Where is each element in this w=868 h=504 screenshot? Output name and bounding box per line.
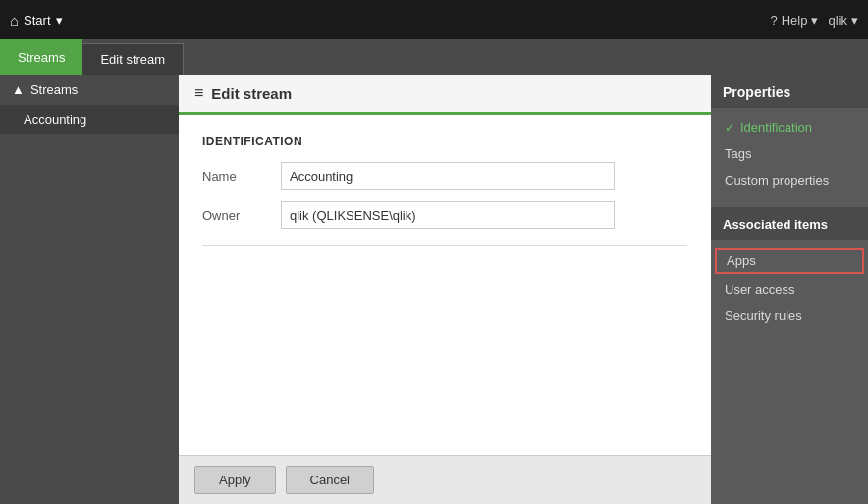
prop-identification[interactable]: ✓ Identification: [711, 114, 868, 140]
top-bar: ⌂ Start ▾ ? Help ▾ qlik ▾: [0, 0, 868, 39]
start-chevron-icon: ▾: [56, 13, 63, 28]
help-chevron-icon: ▾: [811, 13, 818, 28]
cancel-button[interactable]: Cancel: [286, 466, 374, 494]
tab-edit-stream-label: Edit stream: [100, 52, 165, 67]
assoc-apps[interactable]: Apps: [715, 248, 864, 274]
content-header: ≡ Edit stream: [179, 75, 711, 115]
owner-input[interactable]: [281, 201, 615, 229]
owner-row: Owner: [202, 201, 687, 229]
sidebar-streams-label: Streams: [30, 83, 78, 97]
properties-title: Properties: [711, 75, 868, 108]
content-body: IDENTIFICATION Name Owner: [179, 115, 711, 455]
prop-section: ✓ Identification Tags Custom properties: [711, 108, 868, 199]
apps-label: Apps: [727, 253, 756, 268]
tab-streams-label: Streams: [18, 50, 65, 65]
assoc-section: Apps User access Security rules: [711, 240, 868, 335]
name-label: Name: [202, 169, 281, 184]
tab-edit-stream[interactable]: Edit stream: [82, 43, 184, 75]
sidebar-streams-header[interactable]: ▲ Streams: [0, 75, 179, 105]
tab-streams[interactable]: Streams: [0, 39, 82, 75]
associated-items-title: Associated items: [711, 207, 868, 240]
user-chevron-icon: ▾: [851, 13, 858, 28]
assoc-security-rules[interactable]: Security rules: [711, 303, 868, 329]
apply-button[interactable]: Apply: [194, 466, 276, 494]
apply-label: Apply: [219, 473, 251, 487]
main-layout: ▲ Streams Accounting ≡ Edit stream IDENT…: [0, 75, 868, 504]
streams-arrow-icon: ▲: [12, 83, 25, 97]
user-button[interactable]: qlik ▾: [828, 13, 858, 28]
home-icon: ⌂: [10, 12, 19, 28]
cancel-label: Cancel: [310, 473, 350, 487]
tab-bar: Streams Edit stream: [0, 39, 868, 75]
identification-label: Identification: [740, 120, 812, 135]
user-access-label: User access: [725, 282, 795, 297]
check-icon: ✓: [725, 121, 734, 135]
name-row: Name: [202, 162, 687, 190]
identification-section-title: IDENTIFICATION: [202, 135, 687, 148]
prop-custom-properties[interactable]: Custom properties: [711, 167, 868, 194]
help-button[interactable]: ? Help ▾: [771, 13, 819, 28]
name-input[interactable]: [281, 162, 615, 190]
sidebar: ▲ Streams Accounting: [0, 75, 179, 504]
top-bar-right: ? Help ▾ qlik ▾: [771, 13, 859, 28]
custom-properties-label: Custom properties: [725, 173, 829, 188]
content-area: ≡ Edit stream IDENTIFICATION Name Owner …: [179, 75, 711, 504]
sidebar-accounting-label: Accounting: [24, 112, 86, 127]
assoc-user-access[interactable]: User access: [711, 276, 868, 303]
help-label: Help: [782, 13, 808, 28]
start-label: Start: [24, 13, 50, 28]
sidebar-item-accounting[interactable]: Accounting: [0, 105, 179, 134]
security-rules-label: Security rules: [725, 308, 802, 323]
properties-panel: Properties ✓ Identification Tags Custom …: [711, 75, 868, 504]
user-label: qlik: [828, 13, 847, 28]
edit-stream-icon: ≡: [194, 84, 203, 102]
owner-label: Owner: [202, 208, 281, 223]
help-icon: ?: [771, 13, 778, 28]
top-bar-left: ⌂ Start ▾: [10, 12, 63, 28]
prop-tags[interactable]: Tags: [711, 140, 868, 167]
form-divider: [202, 245, 687, 246]
content-footer: Apply Cancel: [179, 455, 711, 504]
start-button[interactable]: ⌂ Start ▾: [10, 12, 63, 28]
tags-label: Tags: [725, 146, 751, 161]
content-header-title: Edit stream: [211, 85, 292, 102]
